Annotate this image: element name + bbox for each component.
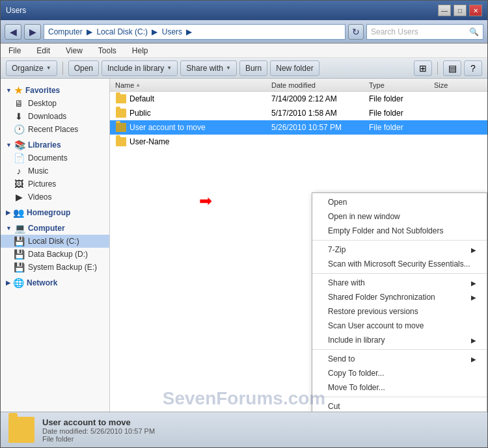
menu-view[interactable]: View	[63, 45, 85, 57]
search-icon[interactable]: 🔍	[469, 27, 479, 36]
sidebar-header-favorites[interactable]: ▼ ★ Favorites	[1, 84, 109, 97]
ctx-label-restore: Restore previous versions	[328, 307, 418, 316]
toolbar: Organize ▼ Open Include in library ▼ Sha…	[1, 58, 487, 79]
folder-icon-user-account	[115, 122, 127, 133]
ctx-arrow-share: ▶	[471, 280, 476, 287]
system-backup-icon: 💾	[14, 262, 24, 272]
share-with-button[interactable]: Share with ▼	[180, 60, 237, 76]
status-file-date: Date modified: 5/26/2010 10:57 PM	[42, 427, 155, 435]
sidebar-item-downloads[interactable]: ⬇ Downloads	[1, 110, 109, 123]
sidebar-label-music: Music	[28, 166, 48, 176]
ctx-open-new-window[interactable]: Open in new window	[312, 209, 487, 224]
sidebar-item-desktop[interactable]: 🖥 Desktop	[1, 97, 109, 110]
file-list: Name ▲ Date modified Type Size	[110, 79, 487, 412]
sidebar-item-recent-places[interactable]: 🕐 Recent Places	[1, 123, 109, 136]
menu-edit[interactable]: Edit	[34, 45, 53, 57]
ctx-label-7zip: 7-Zip	[328, 245, 346, 254]
breadcrumb-users[interactable]: Users	[162, 27, 182, 36]
ctx-label-send-to: Send to	[328, 354, 355, 363]
folder-icon-default	[115, 93, 127, 105]
forward-button[interactable]: ▶	[24, 24, 41, 40]
status-file-name: User account to move	[42, 417, 155, 427]
file-date-default: 7/14/2009 2:12 AM	[271, 94, 369, 103]
ctx-move-to[interactable]: Move To folder...	[312, 380, 487, 395]
burn-button[interactable]: Burn	[239, 60, 267, 76]
homegroup-icon: 👥	[13, 207, 24, 218]
ctx-scan-user[interactable]: Scan User account to move	[312, 319, 487, 333]
view-icon-button[interactable]: ⊞	[414, 60, 432, 76]
new-folder-button[interactable]: New folder	[270, 60, 319, 76]
file-name-default: Default	[129, 94, 154, 103]
status-bar: User account to move Date modified: 5/26…	[1, 412, 487, 447]
col-header-type[interactable]: Type	[369, 81, 434, 89]
file-row-default[interactable]: Default 7/14/2009 2:12 AM File folder	[110, 92, 487, 106]
address-input[interactable]: Computer ▶ Local Disk (C:) ▶ Users ▶	[44, 24, 346, 40]
ctx-restore-versions[interactable]: Restore previous versions	[312, 304, 487, 319]
ctx-scan-security[interactable]: Scan with Microsoft Security Essentials.…	[312, 257, 487, 271]
music-icon: ♪	[14, 166, 24, 176]
sidebar-item-system-backup[interactable]: 💾 System Backup (E:)	[1, 261, 109, 274]
ctx-label-include: Include in library	[328, 336, 385, 345]
sidebar-label-system-backup: System Backup (E:)	[28, 263, 97, 272]
sidebar-item-documents[interactable]: 📄 Documents	[1, 152, 109, 165]
ctx-copy-to[interactable]: Copy To folder...	[312, 366, 487, 380]
sidebar-label-pictures: Pictures	[28, 179, 56, 189]
breadcrumb-localdisk[interactable]: Local Disk (C:)	[96, 27, 148, 36]
file-list-header: Name ▲ Date modified Type Size	[110, 79, 487, 92]
file-type-user-account: File folder	[369, 123, 434, 132]
menu-tools[interactable]: Tools	[96, 45, 119, 57]
breadcrumb-computer[interactable]: Computer	[48, 27, 83, 36]
sidebar-header-network[interactable]: ▶ 🌐 Network	[1, 276, 109, 289]
sidebar-header-libraries[interactable]: ▼ 📚 Libraries	[1, 138, 109, 152]
col-header-name[interactable]: Name ▲	[115, 81, 271, 89]
help-icon-button[interactable]: ?	[464, 60, 482, 76]
maximize-button[interactable]: □	[454, 5, 467, 16]
minimize-button[interactable]: —	[438, 5, 451, 16]
menu-help[interactable]: Help	[129, 45, 151, 57]
sidebar-item-pictures[interactable]: 🖼 Pictures	[1, 178, 109, 191]
col-header-date[interactable]: Date modified	[271, 81, 369, 89]
file-row-user-account[interactable]: User account to move 5/26/2010 10:57 PM …	[110, 120, 487, 135]
menu-file[interactable]: File	[6, 45, 23, 57]
ctx-empty-folder[interactable]: Empty Folder and Not Subfolders	[312, 224, 487, 238]
sidebar-label-documents: Documents	[28, 153, 68, 163]
sidebar-item-local-disk[interactable]: 💾 Local Disk (C:)	[1, 235, 109, 248]
open-button[interactable]: Open	[68, 60, 99, 76]
col-header-size[interactable]: Size	[434, 81, 482, 89]
context-menu: Open Open in new window Empty Folder and…	[312, 192, 487, 412]
ctx-label-scan-security: Scan with Microsoft Security Essentials.…	[328, 259, 470, 269]
ctx-include-library[interactable]: Include in library ▶	[312, 333, 487, 347]
favorites-arrow-icon: ▼	[6, 87, 12, 94]
data-backup-icon: 💾	[14, 249, 24, 259]
sidebar-header-computer[interactable]: ▼ 💻 Computer	[1, 222, 109, 235]
recent-places-icon: 🕐	[14, 124, 24, 135]
ctx-label-share-with: Share with	[328, 278, 365, 287]
sort-icon: ▲	[135, 82, 141, 88]
ctx-shared-folder-sync[interactable]: Shared Folder Synchronization ▶	[312, 290, 487, 304]
sidebar-header-homegroup[interactable]: ▶ 👥 Homegroup	[1, 206, 109, 219]
sidebar-item-videos[interactable]: ▶ Videos	[1, 191, 109, 204]
ctx-share-with[interactable]: Share with ▶	[312, 276, 487, 290]
ctx-7zip[interactable]: 7-Zip ▶	[312, 243, 487, 257]
ctx-open[interactable]: Open	[312, 195, 487, 209]
back-button[interactable]: ◀	[5, 24, 21, 40]
file-row-public[interactable]: Public 5/17/2010 1:58 AM File folder	[110, 106, 487, 120]
ctx-label-scan-user: Scan User account to move	[328, 321, 424, 330]
documents-icon: 📄	[14, 153, 24, 163]
sidebar-item-data-backup[interactable]: 💾 Data Backup (D:)	[1, 248, 109, 261]
sidebar-item-music[interactable]: ♪ Music	[1, 165, 109, 178]
search-box[interactable]: Search Users 🔍	[366, 24, 483, 40]
refresh-button[interactable]: ↻	[348, 24, 364, 40]
title-bar: Users — □ ✕	[1, 1, 487, 20]
ctx-send-to[interactable]: Send to ▶	[312, 352, 487, 366]
include-in-library-button[interactable]: Include in library ▼	[102, 60, 178, 76]
network-icon: 🌐	[13, 278, 24, 288]
file-row-username[interactable]: User-Name	[110, 135, 487, 149]
folder-icon-public	[115, 107, 127, 119]
ctx-cut[interactable]: Cut	[312, 399, 487, 412]
layout-icon-button[interactable]: ▤	[443, 60, 461, 76]
close-button[interactable]: ✕	[469, 5, 482, 16]
libraries-arrow-icon: ▼	[6, 142, 12, 148]
sidebar-label-favorites: Favorites	[25, 86, 60, 95]
organize-button[interactable]: Organize ▼	[6, 60, 57, 76]
